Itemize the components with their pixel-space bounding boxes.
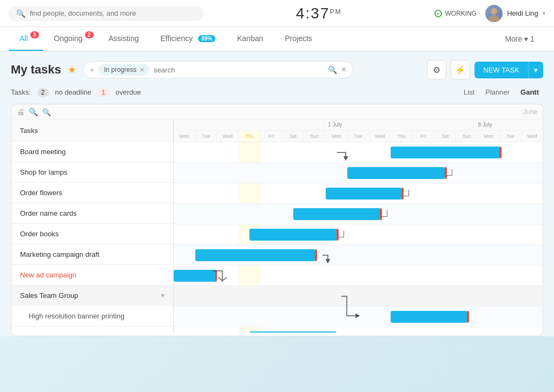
task-row[interactable]: Order name cards — [11, 203, 173, 224]
day-mon3: Mon — [478, 131, 499, 142]
gantt-arrow-banner — [174, 286, 543, 327]
task-name: Order books — [20, 230, 59, 238]
top-bar: 🔍 4:37PM WORKING Heidi Ling ▾ — [0, 0, 554, 27]
task-row[interactable]: Shop for lamps — [11, 162, 173, 183]
user-area[interactable]: Heidi Ling ▾ — [485, 5, 545, 22]
day-fri2: Fri — [413, 131, 434, 142]
task-row[interactable]: Order books — [11, 224, 173, 244]
task-row-sub[interactable]: High resolution banner printing — [11, 306, 173, 327]
tab-projects-label: Projects — [285, 34, 313, 43]
day-wed2: Wed — [370, 131, 391, 142]
filter-clear-icon[interactable]: × — [341, 65, 346, 75]
day-sun1: Sun — [304, 131, 326, 142]
task-row[interactable]: Order flowers — [11, 183, 173, 203]
tasks-label: Tasks: — [11, 88, 31, 96]
search-icon-small: 🔍 — [328, 65, 337, 74]
filter-search[interactable] — [154, 66, 323, 74]
task-row-sub[interactable]: Sales reports for sales team group meeti… — [11, 327, 173, 333]
user-name: Heidi Ling — [507, 9, 538, 17]
gantt-header: 1 July 8 July Mon Tue Wed Thu Fri Sat Su… — [174, 120, 543, 142]
day-tue3: Tue — [500, 131, 522, 142]
task-name: Shop for lamps — [20, 168, 67, 176]
user-chevron-icon: ▾ — [543, 10, 545, 16]
week-8july: 8 July — [473, 120, 543, 130]
content-area: My tasks ★ + In progress × 🔍 × ⚙ ⚡ NEW T… — [0, 51, 554, 336]
task-row[interactable]: Board meeting — [11, 142, 173, 162]
gantt-bar-order-name-cards — [293, 208, 380, 220]
view-gantt-button[interactable]: Gantt — [516, 86, 543, 98]
search-box[interactable]: 🔍 — [9, 6, 203, 21]
tab-more[interactable]: More ▾ 1 — [505, 35, 545, 43]
gantt-toolbar: 🖨 🔍 🔍 June — [11, 104, 543, 120]
favorite-icon[interactable]: ★ — [68, 64, 76, 76]
tab-kanban[interactable]: Kanban — [226, 27, 274, 51]
view-planner-button[interactable]: Planner — [481, 86, 514, 98]
task-name: Marketing campaign draft — [20, 250, 100, 258]
filter-tag-label: In progress — [104, 66, 136, 74]
print-icon[interactable]: 🖨 — [17, 108, 24, 116]
no-deadline-count: 2 — [37, 88, 49, 97]
task-name: Board meeting — [20, 148, 66, 156]
gantt-week-labels: 1 July 8 July — [174, 120, 543, 131]
tab-assisting[interactable]: Assisting — [98, 27, 150, 51]
zoom-in-icon[interactable]: 🔍 — [29, 108, 38, 116]
settings-button[interactable]: ⚙ — [427, 60, 446, 79]
day-sun2: Sun — [456, 131, 478, 142]
gantt-day-labels: Mon Tue Wed Thu Fri Sat Sun Mon Tue Wed … — [174, 131, 543, 142]
gantt-arrow-marketing — [174, 245, 543, 265]
search-input[interactable] — [30, 9, 196, 17]
gantt-body — [174, 142, 543, 333]
week-june — [174, 120, 324, 130]
gantt-arrow-svg — [174, 142, 543, 163]
day-thu2: Thu — [391, 131, 413, 142]
tab-assisting-label: Assisting — [109, 34, 139, 43]
week-1july: 1 July — [324, 120, 473, 130]
zoom-out-icon[interactable]: 🔍 — [42, 108, 51, 116]
gantt-arrow-summer — [174, 327, 543, 333]
tab-efficiency[interactable]: Efficiency 89% — [150, 27, 227, 51]
clock: 4:37PM — [212, 5, 426, 22]
gantt-bar-order-flowers — [326, 188, 401, 200]
day-sat1: Sat — [282, 131, 304, 142]
task-name: New ad campaign — [20, 271, 76, 279]
working-status: WORKING — [434, 10, 477, 17]
dependency-connector — [381, 210, 387, 217]
gantt-wrapper: 🖨 🔍 🔍 June Tasks Board meeting Shop for … — [11, 104, 543, 336]
new-task-label: NEW TASK — [474, 62, 528, 78]
task-row-group[interactable]: Sales Team Group ▾ — [11, 285, 173, 306]
dependency-connector — [338, 231, 344, 237]
day-wed1: Wed — [217, 131, 239, 142]
tab-efficiency-badge: 89% — [198, 35, 215, 42]
day-thu: Thu — [239, 131, 261, 142]
gantt-row-order-books — [174, 224, 543, 245]
task-row[interactable]: Marketing campaign draft — [11, 244, 173, 265]
gantt-row-new-ad — [174, 265, 543, 286]
gantt-container: Tasks Board meeting Shop for lamps Order… — [11, 120, 543, 333]
task-stats: Tasks: 2 no deadline 1 overdue List Plan… — [11, 86, 543, 98]
tab-ongoing[interactable]: Ongoing 2 — [43, 27, 98, 51]
overdue-label: overdue — [115, 88, 141, 96]
new-task-button[interactable]: NEW TASK ▾ — [474, 62, 543, 78]
gantt-row-board-meeting — [174, 142, 543, 163]
task-list-header: Tasks — [11, 120, 173, 142]
tab-efficiency-label: Efficiency — [161, 34, 193, 43]
filter-search-input[interactable] — [154, 66, 323, 74]
dependency-connector — [446, 169, 452, 176]
task-name: High resolution banner printing — [29, 312, 124, 320]
task-row-red[interactable]: New ad campaign — [11, 265, 173, 285]
group-chevron-icon: ▾ — [161, 292, 164, 299]
new-task-dropdown-icon[interactable]: ▾ — [528, 62, 543, 78]
task-name: Order flowers — [20, 189, 62, 197]
lightning-button[interactable]: ⚡ — [451, 60, 470, 79]
filter-remove-icon[interactable]: × — [140, 65, 144, 74]
tab-all[interactable]: All 3 — [9, 27, 43, 51]
view-list-button[interactable]: List — [459, 86, 479, 98]
view-options: List Planner Gantt — [459, 86, 543, 98]
tab-ongoing-label: Ongoing — [54, 34, 83, 43]
tab-projects[interactable]: Projects — [274, 27, 324, 51]
tab-more-label: More ▾ — [505, 35, 528, 43]
filter-tag-in-progress[interactable]: In progress × — [98, 64, 149, 76]
gantt-row-banner-printing — [174, 307, 543, 327]
page-title: My tasks — [11, 63, 61, 77]
working-label: WORKING — [445, 10, 477, 17]
